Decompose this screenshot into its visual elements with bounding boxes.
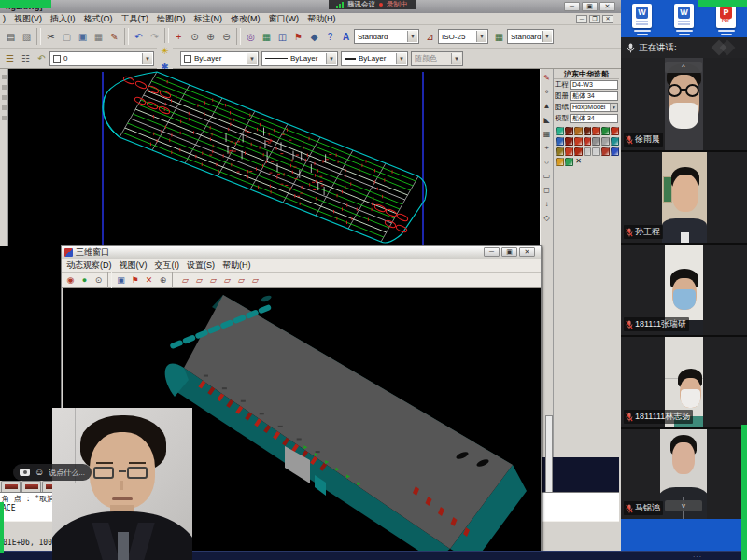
maximize-button[interactable]: ▣ [501, 247, 517, 257]
menu-insert[interactable]: 插入(I) [50, 13, 76, 25]
menu-help[interactable]: 帮助(H) [307, 13, 336, 25]
mdi-close-button[interactable]: ✕ [602, 15, 613, 23]
paste-icon[interactable]: ▦ [91, 29, 106, 45]
lineweight-combo[interactable]: ByLayer▼ [341, 51, 408, 66]
panel-tool-icon[interactable] [556, 147, 564, 156]
maximize-button[interactable]: ▣ [582, 2, 598, 11]
make-object-layer-icon[interactable]: ✳ [157, 43, 173, 59]
zoom-window-icon[interactable]: ⊕ [203, 29, 218, 45]
panel-tool-icon[interactable] [565, 158, 573, 166]
new-file-icon[interactable]: ▢ [59, 29, 75, 45]
viewer3d-titlebar[interactable]: 三维窗口 ─ ▣ ✕ [62, 246, 541, 259]
participant-tile[interactable]: 1811111林志扬 [621, 337, 747, 427]
drawing-field[interactable]: HdxpModel▼ [570, 103, 618, 112]
panel-tool-icon[interactable] [601, 127, 610, 135]
panel-tool-icon[interactable] [592, 127, 600, 135]
cube-icon[interactable]: ▱ [206, 273, 220, 287]
menu-dimension[interactable]: 标注(N) [194, 13, 223, 25]
markup-icon[interactable]: ⚑ [290, 29, 306, 45]
menu-tools[interactable]: 工具(T) [121, 13, 149, 25]
panel-tool-icon[interactable] [574, 127, 583, 135]
rect-icon[interactable]: ▭ [543, 169, 551, 183]
mdi-minimize-button[interactable]: ─ [576, 15, 587, 23]
menu-view[interactable]: 视图(V) [14, 13, 42, 25]
text-style-icon[interactable]: A [338, 29, 354, 45]
participant-tile[interactable]: 181111张瑞研 [621, 245, 747, 335]
pdf-file-icon[interactable]: P PDF [715, 4, 738, 37]
minimize-button[interactable]: ─ [564, 2, 580, 11]
project-field[interactable]: D4-W3 [570, 80, 618, 90]
camera-icon[interactable] [20, 469, 30, 476]
chevron-down-icon[interactable]: ▼ [407, 31, 417, 42]
emoji-icon[interactable]: ☺ [35, 468, 44, 477]
webcam-video-overlay[interactable] [52, 408, 192, 560]
panel-tool-icon[interactable] [556, 127, 564, 135]
panel-tool-icon[interactable] [574, 147, 583, 156]
close-button[interactable]: ✕ [519, 247, 535, 257]
layer-states-icon[interactable]: ☷ [18, 50, 34, 66]
orbit-icon[interactable]: ◉ [63, 273, 78, 287]
menu-draw[interactable]: 绘图(D) [157, 13, 186, 25]
model-field[interactable]: 船体 34 [570, 114, 618, 123]
layer-combo[interactable]: 0▼ [49, 51, 154, 66]
chevron-down-icon[interactable]: ▼ [451, 53, 461, 64]
cube-icon[interactable]: ▱ [192, 273, 206, 287]
cut-icon[interactable]: ✂ [43, 29, 59, 45]
close-x-icon[interactable]: ✕ [142, 273, 156, 287]
panel-tool-icon[interactable] [565, 137, 573, 146]
tab-layout1[interactable] [21, 481, 41, 492]
linetype-combo[interactable]: ByLayer▼ [261, 51, 338, 66]
help-icon[interactable]: ? [322, 29, 338, 45]
close-button[interactable]: ✕ [599, 2, 615, 11]
chevron-down-icon[interactable]: ▼ [142, 53, 152, 64]
menu-help[interactable]: 帮助(H) [222, 259, 251, 272]
plot-style-combo[interactable]: 随颜色▼ [411, 51, 463, 66]
triangle-icon[interactable]: ▲ [543, 99, 551, 113]
panel-tool-icon[interactable] [565, 147, 573, 156]
panel-tool-icon[interactable] [611, 137, 619, 146]
collapse-down-button[interactable]: v [665, 500, 702, 511]
chevron-down-icon[interactable]: ▼ [610, 104, 617, 111]
menu-settings[interactable]: 设置(S) [187, 259, 215, 272]
wedge-icon[interactable]: ◣ [543, 113, 549, 127]
dim-style-icon[interactable]: ⊿ [422, 29, 438, 45]
menu-interact[interactable]: 交互(I) [155, 259, 180, 272]
find-icon[interactable]: ◎ [243, 29, 259, 45]
panel-tool-icon[interactable] [556, 137, 564, 146]
chevron-down-icon[interactable]: ▼ [542, 31, 552, 42]
table-style-icon[interactable]: ▦ [491, 29, 507, 45]
copy-icon[interactable]: ▣ [75, 29, 91, 45]
menu-orbit[interactable]: 动态观察(D) [66, 259, 112, 272]
word-file-icon[interactable]: W [673, 4, 696, 37]
cad-titlebar[interactable]: ng1.dwg] ─ ▣ ✕ [0, 0, 621, 13]
chevron-down-icon[interactable]: ▼ [396, 53, 406, 64]
panel-tool-icon[interactable]: ✕ [574, 158, 583, 166]
tab-model[interactable] [1, 481, 21, 492]
circle-icon[interactable]: ○ [544, 155, 549, 169]
zoom-icon[interactable]: ⊙ [92, 273, 106, 287]
chevron-down-icon[interactable]: ▼ [247, 53, 257, 64]
point-icon[interactable]: ⚬ [543, 85, 550, 99]
poly-icon[interactable]: ◇ [543, 211, 549, 225]
meeting-chat-bar[interactable]: ☺ 说点什么... [13, 464, 92, 481]
flag-icon[interactable]: ⚑ [128, 273, 142, 287]
zoom-realtime-icon[interactable]: ⊙ [187, 29, 203, 45]
panel-tool-icon[interactable] [574, 137, 583, 146]
menu-modify[interactable]: 修改(M) [231, 13, 261, 25]
word-file-icon[interactable]: W [631, 4, 654, 37]
table-style-combo[interactable]: Standard▼ [507, 29, 554, 44]
sheetset-icon[interactable]: ◫ [275, 29, 290, 45]
chat-input-placeholder[interactable]: 说点什么... [49, 468, 85, 478]
panel-tool-icon[interactable] [556, 158, 564, 166]
monitor-icon[interactable]: ▣ [114, 273, 128, 287]
cube-icon[interactable]: ▱ [220, 273, 234, 287]
grid-icon[interactable]: ▦ [259, 29, 275, 45]
panel-tool-icon[interactable] [601, 137, 610, 146]
panel-tool-icon[interactable] [601, 147, 610, 156]
print-icon[interactable]: ▤ [3, 29, 19, 45]
mdi-restore-button[interactable]: ❐ [589, 15, 600, 23]
chevron-down-icon[interactable]: ▼ [326, 53, 336, 64]
menu-window[interactable]: 窗口(W) [269, 13, 300, 25]
menu-view[interactable]: 视图(V) [120, 259, 148, 272]
panel-tool-icon[interactable] [592, 147, 600, 156]
